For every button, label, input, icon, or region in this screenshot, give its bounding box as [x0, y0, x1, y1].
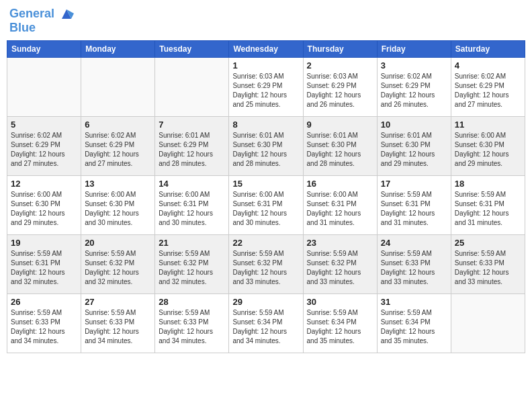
day-number: 12: [11, 179, 77, 189]
day-number: 6: [85, 120, 151, 130]
day-info: Sunrise: 6:00 AM Sunset: 6:30 PM Dayligh…: [85, 190, 151, 228]
day-info: Sunrise: 6:00 AM Sunset: 6:30 PM Dayligh…: [455, 131, 521, 169]
calendar-cell: 2Sunrise: 6:03 AM Sunset: 6:29 PM Daylig…: [303, 57, 377, 116]
day-info: Sunrise: 6:03 AM Sunset: 6:29 PM Dayligh…: [232, 72, 299, 109]
calendar-cell: 24Sunrise: 5:59 AM Sunset: 6:33 PM Dayli…: [377, 234, 451, 293]
calendar-cell: 23Sunrise: 5:59 AM Sunset: 6:32 PM Dayli…: [303, 234, 377, 293]
calendar-cell: 13Sunrise: 6:00 AM Sunset: 6:30 PM Dayli…: [81, 175, 155, 234]
calendar-cell: 26Sunrise: 5:59 AM Sunset: 6:33 PM Dayli…: [7, 293, 81, 353]
calendar-cell: [155, 57, 229, 116]
calendar-cell: [451, 293, 525, 353]
day-number: 16: [307, 179, 373, 189]
day-info: Sunrise: 5:59 AM Sunset: 6:32 PM Dayligh…: [307, 249, 373, 287]
day-number: 22: [232, 238, 299, 248]
day-number: 26: [11, 297, 77, 307]
calendar-cell: 17Sunrise: 5:59 AM Sunset: 6:31 PM Dayli…: [377, 175, 451, 234]
calendar-cell: 8Sunrise: 6:01 AM Sunset: 6:30 PM Daylig…: [229, 116, 303, 175]
calendar-cell: 19Sunrise: 5:59 AM Sunset: 6:31 PM Dayli…: [7, 234, 81, 293]
day-info: Sunrise: 6:01 AM Sunset: 6:30 PM Dayligh…: [232, 131, 299, 169]
day-number: 20: [85, 238, 151, 248]
logo-text2: Blue: [9, 21, 74, 35]
calendar-header-row: SundayMondayTuesdayWednesdayThursdayFrid…: [7, 40, 525, 57]
calendar-week-row: 5Sunrise: 6:02 AM Sunset: 6:29 PM Daylig…: [7, 116, 525, 175]
day-info: Sunrise: 6:03 AM Sunset: 6:29 PM Dayligh…: [307, 72, 373, 109]
day-number: 31: [381, 297, 447, 307]
day-info: Sunrise: 5:59 AM Sunset: 6:34 PM Dayligh…: [307, 308, 373, 346]
calendar-cell: 16Sunrise: 6:00 AM Sunset: 6:31 PM Dayli…: [303, 175, 377, 234]
calendar-table: SundayMondayTuesdayWednesdayThursdayFrid…: [7, 40, 525, 353]
day-info: Sunrise: 6:01 AM Sunset: 6:30 PM Dayligh…: [381, 131, 447, 169]
day-info: Sunrise: 6:01 AM Sunset: 6:29 PM Dayligh…: [159, 131, 225, 169]
calendar-week-row: 12Sunrise: 6:00 AM Sunset: 6:30 PM Dayli…: [7, 175, 525, 234]
day-number: 24: [381, 238, 447, 248]
day-number: 28: [159, 297, 225, 307]
calendar-cell: 22Sunrise: 5:59 AM Sunset: 6:32 PM Dayli…: [229, 234, 303, 293]
day-number: 19: [11, 238, 77, 248]
calendar-cell: [7, 57, 81, 116]
calendar-header-wednesday: Wednesday: [229, 40, 303, 57]
day-info: Sunrise: 6:01 AM Sunset: 6:30 PM Dayligh…: [307, 131, 373, 169]
calendar-cell: 28Sunrise: 5:59 AM Sunset: 6:33 PM Dayli…: [155, 293, 229, 353]
calendar-cell: 12Sunrise: 6:00 AM Sunset: 6:30 PM Dayli…: [7, 175, 81, 234]
day-number: 23: [307, 238, 373, 248]
calendar-cell: 6Sunrise: 6:02 AM Sunset: 6:29 PM Daylig…: [81, 116, 155, 175]
calendar-cell: 21Sunrise: 5:59 AM Sunset: 6:32 PM Dayli…: [155, 234, 229, 293]
day-info: Sunrise: 6:02 AM Sunset: 6:29 PM Dayligh…: [85, 131, 151, 169]
calendar-cell: 15Sunrise: 6:00 AM Sunset: 6:31 PM Dayli…: [229, 175, 303, 234]
day-number: 17: [381, 179, 447, 189]
calendar-cell: 7Sunrise: 6:01 AM Sunset: 6:29 PM Daylig…: [155, 116, 229, 175]
day-info: Sunrise: 5:59 AM Sunset: 6:33 PM Dayligh…: [85, 308, 151, 346]
day-number: 10: [381, 120, 447, 130]
logo-text: General: [9, 7, 74, 21]
day-info: Sunrise: 5:59 AM Sunset: 6:32 PM Dayligh…: [159, 249, 225, 287]
calendar-cell: 5Sunrise: 6:02 AM Sunset: 6:29 PM Daylig…: [7, 116, 81, 175]
day-info: Sunrise: 5:59 AM Sunset: 6:34 PM Dayligh…: [381, 308, 447, 346]
calendar-cell: 4Sunrise: 6:02 AM Sunset: 6:29 PM Daylig…: [451, 57, 525, 116]
day-info: Sunrise: 6:00 AM Sunset: 6:30 PM Dayligh…: [11, 190, 77, 228]
calendar-cell: 27Sunrise: 5:59 AM Sunset: 6:33 PM Dayli…: [81, 293, 155, 353]
calendar-cell: 11Sunrise: 6:00 AM Sunset: 6:30 PM Dayli…: [451, 116, 525, 175]
day-info: Sunrise: 5:59 AM Sunset: 6:32 PM Dayligh…: [85, 249, 151, 287]
day-number: 29: [232, 297, 299, 307]
day-info: Sunrise: 6:02 AM Sunset: 6:29 PM Dayligh…: [381, 72, 447, 109]
day-number: 9: [307, 120, 373, 130]
day-number: 27: [85, 297, 151, 307]
calendar-header-sunday: Sunday: [7, 40, 81, 57]
day-number: 13: [85, 179, 151, 189]
day-number: 18: [455, 179, 521, 189]
day-number: 7: [159, 120, 225, 130]
day-number: 15: [232, 179, 299, 189]
calendar-cell: 10Sunrise: 6:01 AM Sunset: 6:30 PM Dayli…: [377, 116, 451, 175]
day-number: 5: [11, 120, 77, 130]
calendar-week-row: 26Sunrise: 5:59 AM Sunset: 6:33 PM Dayli…: [7, 293, 525, 353]
logo: General Blue: [9, 7, 74, 35]
calendar-header-tuesday: Tuesday: [155, 40, 229, 57]
calendar-cell: 29Sunrise: 5:59 AM Sunset: 6:34 PM Dayli…: [229, 293, 303, 353]
day-info: Sunrise: 6:00 AM Sunset: 6:31 PM Dayligh…: [159, 190, 225, 228]
day-info: Sunrise: 5:59 AM Sunset: 6:31 PM Dayligh…: [11, 249, 77, 287]
calendar-header-friday: Friday: [377, 40, 451, 57]
calendar-header-thursday: Thursday: [303, 40, 377, 57]
calendar-header-monday: Monday: [81, 40, 155, 57]
day-info: Sunrise: 6:00 AM Sunset: 6:31 PM Dayligh…: [307, 190, 373, 228]
calendar-week-row: 1Sunrise: 6:03 AM Sunset: 6:29 PM Daylig…: [7, 57, 525, 116]
day-info: Sunrise: 5:59 AM Sunset: 6:33 PM Dayligh…: [381, 249, 447, 287]
calendar-cell: 18Sunrise: 5:59 AM Sunset: 6:31 PM Dayli…: [451, 175, 525, 234]
day-number: 4: [455, 60, 521, 71]
day-info: Sunrise: 5:59 AM Sunset: 6:34 PM Dayligh…: [232, 308, 299, 346]
day-number: 25: [455, 238, 521, 248]
calendar-cell: 9Sunrise: 6:01 AM Sunset: 6:30 PM Daylig…: [303, 116, 377, 175]
calendar-cell: 25Sunrise: 5:59 AM Sunset: 6:33 PM Dayli…: [451, 234, 525, 293]
day-number: 8: [232, 120, 299, 130]
day-info: Sunrise: 5:59 AM Sunset: 6:33 PM Dayligh…: [11, 308, 77, 346]
day-number: 30: [307, 297, 373, 307]
calendar-cell: 3Sunrise: 6:02 AM Sunset: 6:29 PM Daylig…: [377, 57, 451, 116]
day-number: 2: [307, 60, 373, 71]
day-info: Sunrise: 5:59 AM Sunset: 6:33 PM Dayligh…: [455, 249, 521, 287]
calendar-cell: 14Sunrise: 6:00 AM Sunset: 6:31 PM Dayli…: [155, 175, 229, 234]
page-header: General Blue: [7, 7, 525, 35]
calendar-cell: 20Sunrise: 5:59 AM Sunset: 6:32 PM Dayli…: [81, 234, 155, 293]
day-info: Sunrise: 5:59 AM Sunset: 6:31 PM Dayligh…: [455, 190, 521, 228]
day-number: 1: [232, 60, 299, 71]
calendar-cell: 31Sunrise: 5:59 AM Sunset: 6:34 PM Dayli…: [377, 293, 451, 353]
